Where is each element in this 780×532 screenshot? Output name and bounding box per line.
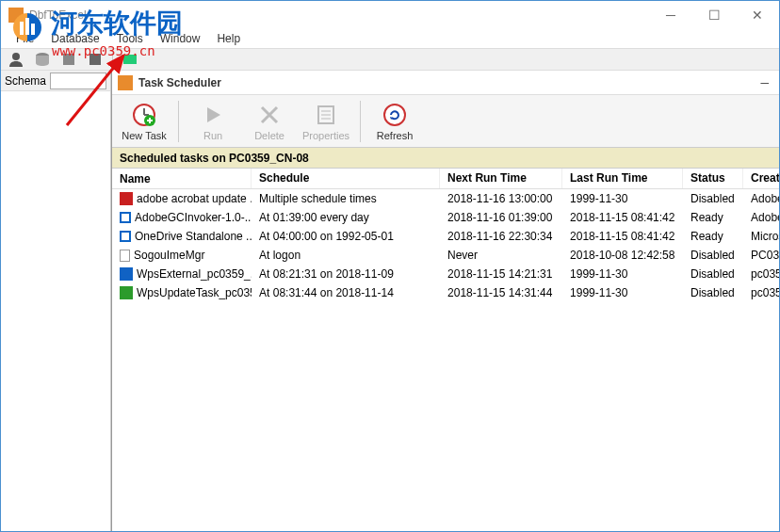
svg-point-15	[384, 105, 405, 125]
cell-creator: Adobe Syst	[743, 190, 780, 207]
menu-database[interactable]: Database	[43, 30, 106, 47]
cell-name: adobe acrobat update ...	[112, 190, 252, 207]
cell-creator: Adobe Syst	[743, 209, 780, 226]
schema-input[interactable]	[50, 73, 106, 89]
col-last-run[interactable]: Last Run Time	[562, 169, 683, 188]
cell-last: 2018-11-15 08:41:42	[562, 209, 683, 226]
cell-status: Disabled	[683, 247, 743, 264]
minimize-button[interactable]: ─	[649, 1, 692, 29]
delete-button[interactable]: Delete	[241, 97, 298, 146]
refresh-label: Refresh	[377, 130, 414, 141]
run-button[interactable]: Run	[185, 97, 241, 146]
cell-next: 2018-11-16 22:30:34	[440, 228, 562, 245]
task-grid: Name Schedule Next Run Time Last Run Tim…	[112, 169, 780, 531]
cell-name: WpsExternal_pc0359_...	[112, 266, 252, 282]
window-controls: ─ ☐ ✕	[649, 1, 779, 29]
refresh-button[interactable]: Refresh	[366, 97, 423, 146]
scheduler-minimize-button[interactable]: ─	[756, 76, 775, 89]
schema-label: Schema	[5, 74, 46, 88]
cell-next: 2018-11-15 14:21:31	[440, 266, 562, 282]
task-row[interactable]: OneDrive Standalone ...At 04:00:00 on 19…	[112, 227, 780, 246]
scheduler-titlebar: Task Scheduler ─ ☐	[112, 71, 780, 95]
col-creator[interactable]: Creator	[743, 169, 780, 188]
task-row[interactable]: SogouImeMgrAt logonNever2018-10-08 12:42…	[112, 246, 780, 265]
task-row[interactable]: WpsExternal_pc0359_...At 08:21:31 on 201…	[112, 265, 780, 283]
cell-schedule: At 08:21:31 on 2018-11-09	[252, 266, 440, 282]
main-toolbar	[1, 48, 779, 71]
col-schedule[interactable]: Schedule	[252, 169, 440, 188]
cell-status: Ready	[683, 228, 743, 245]
cell-status: Disabled	[683, 266, 743, 282]
cell-last: 1999-11-30	[562, 190, 683, 207]
scheduler-title: Task Scheduler	[138, 76, 221, 89]
cell-creator: pc0359	[743, 284, 780, 301]
cell-next: 2018-11-15 14:31:44	[440, 284, 562, 301]
task-icon	[120, 192, 133, 205]
app-icon	[8, 8, 24, 23]
properties-button[interactable]: Properties	[298, 97, 354, 146]
cell-schedule: At logon	[252, 247, 440, 264]
menu-help[interactable]: Help	[209, 30, 248, 47]
toolbar-icon-3[interactable]	[59, 50, 78, 69]
new-task-label: New Task	[122, 130, 166, 141]
grid-body: adobe acrobat update ...Multiple schedul…	[112, 189, 780, 302]
cell-next: 2018-11-16 01:39:00	[440, 209, 562, 226]
task-icon	[120, 250, 130, 262]
close-button[interactable]: ✕	[736, 1, 779, 29]
new-task-icon	[131, 102, 157, 128]
maximize-button[interactable]: ☐	[692, 1, 736, 29]
task-row[interactable]: adobe acrobat update ...Multiple schedul…	[112, 189, 780, 208]
info-bar: Scheduled tasks on PC0359_CN-08	[112, 148, 780, 169]
run-label: Run	[203, 130, 222, 141]
properties-label: Properties	[302, 130, 349, 141]
cell-last: 2018-10-08 12:42:58	[562, 247, 683, 264]
db-connect-icon[interactable]	[33, 50, 52, 69]
cell-schedule: At 01:39:00 every day	[252, 209, 440, 226]
menubar: File Database Tools Window Help	[1, 29, 779, 48]
col-status[interactable]: Status	[683, 169, 743, 188]
cell-name: OneDrive Standalone ...	[112, 228, 252, 245]
task-row[interactable]: WpsUpdateTask_pc0359At 08:31:44 on 2018-…	[112, 283, 780, 302]
cell-name: SogouImeMgr	[112, 247, 252, 264]
menu-window[interactable]: Window	[153, 30, 208, 47]
task-icon	[120, 267, 133, 281]
cell-status: Disabled	[683, 284, 743, 301]
task-icon	[120, 212, 131, 223]
cell-creator: pc0359	[743, 266, 780, 282]
workspace: Schema Task Scheduler ─ ☐ New Task	[1, 71, 779, 531]
left-panel: Schema	[1, 71, 111, 531]
svg-rect-4	[123, 55, 137, 64]
menu-tools[interactable]: Tools	[109, 30, 151, 47]
delete-label: Delete	[254, 130, 284, 141]
cell-schedule: Multiple schedule times	[252, 190, 440, 207]
toolbar-separator	[178, 101, 179, 142]
scheduler-icon	[118, 75, 133, 90]
scheduler-toolbar: New Task Run Delete Properties	[112, 95, 780, 148]
task-scheduler-window: Task Scheduler ─ ☐ New Task Run	[111, 71, 780, 531]
menu-file[interactable]: File	[8, 30, 41, 47]
cell-next: Never	[440, 247, 562, 264]
col-name[interactable]: Name	[112, 169, 252, 188]
app-title: DbfToExcel	[29, 8, 87, 22]
cell-name: AdobeGCInvoker-1.0-...	[112, 209, 252, 226]
db-user-icon[interactable]	[7, 50, 25, 69]
toolbar-icon-4[interactable]	[86, 50, 105, 69]
scheduler-window-controls: ─ ☐	[756, 76, 780, 89]
new-task-button[interactable]: New Task	[116, 97, 172, 146]
toolbar-icon-5[interactable]	[121, 50, 139, 69]
col-next-run[interactable]: Next Run Time	[440, 169, 562, 188]
task-row[interactable]: AdobeGCInvoker-1.0-...At 01:39:00 every …	[112, 208, 780, 227]
cell-last: 1999-11-30	[562, 284, 683, 301]
task-icon	[120, 231, 131, 242]
toolbar-separator	[360, 101, 361, 142]
cell-status: Disabled	[683, 190, 743, 207]
svg-rect-3	[89, 54, 101, 65]
cell-status: Ready	[683, 209, 743, 226]
schema-bar: Schema	[1, 71, 110, 91]
task-icon	[120, 286, 133, 299]
grid-header: Name Schedule Next Run Time Last Run Tim…	[112, 169, 780, 189]
cell-last: 1999-11-30	[562, 266, 683, 282]
cell-creator: PC0359_CN	[743, 247, 780, 264]
titlebar: DbfToExcel ─ ☐ ✕	[1, 1, 779, 29]
svg-point-0	[12, 53, 20, 60]
